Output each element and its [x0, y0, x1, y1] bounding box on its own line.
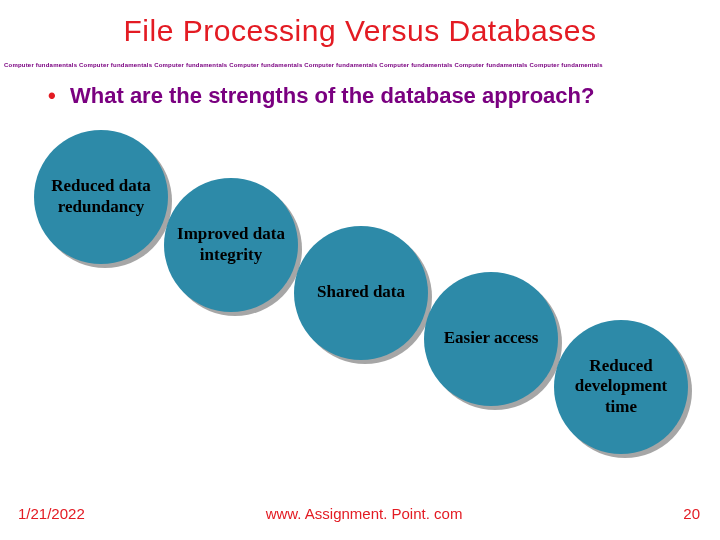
- footer-date: 1/21/2022: [18, 505, 85, 522]
- footer-page: 20: [683, 505, 700, 522]
- question-text: What are the strengths of the database a…: [70, 83, 594, 108]
- bubble-easier-access: Easier access: [424, 272, 558, 406]
- banner-strip: Computer fundamentals Computer fundament…: [0, 48, 720, 82]
- slide-title: File Processing Versus Databases: [0, 0, 720, 48]
- bubble-improved-integrity: Improved data integrity: [164, 178, 298, 312]
- bubble-reduced-redundancy: Reduced data redundancy: [34, 130, 168, 264]
- bubble-reduced-dev-time: Reduced development time: [554, 320, 688, 454]
- bubble-label: Easier access: [444, 328, 539, 348]
- bubble-container: Reduced data redundancy Improved data in…: [0, 140, 720, 440]
- slide-footer: 1/21/2022 www. Assignment. Point. com 20: [0, 505, 720, 522]
- footer-url: www. Assignment. Point. com: [266, 505, 463, 522]
- bubble-label: Reduced data redundancy: [42, 176, 160, 217]
- bubble-label: Reduced development time: [562, 356, 680, 417]
- bubble-shared-data: Shared data: [294, 226, 428, 360]
- question-line: • What are the strengths of the database…: [0, 82, 720, 110]
- bullet-icon: •: [48, 82, 56, 110]
- bubble-label: Shared data: [317, 282, 405, 302]
- bubble-label: Improved data integrity: [172, 224, 290, 265]
